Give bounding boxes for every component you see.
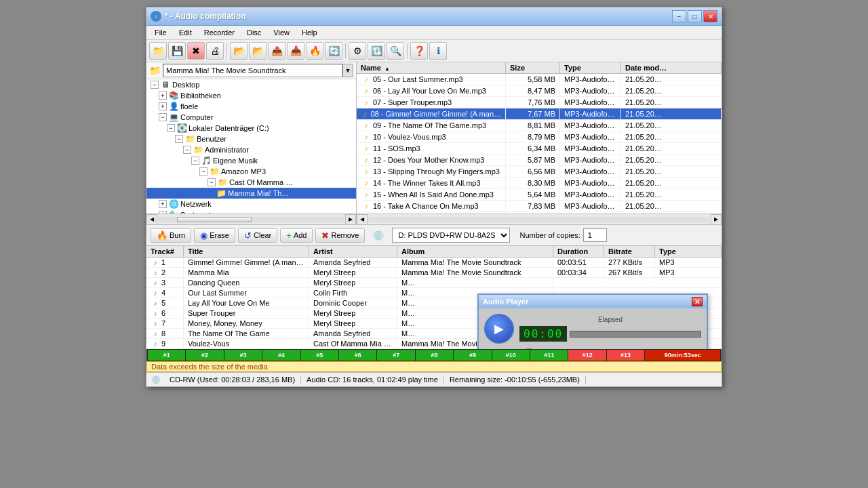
toolbar-new[interactable]: 📁 <box>149 42 167 60</box>
tree-item-amazonmp3[interactable]: − 📁 Amazon MP3 <box>146 166 356 177</box>
file-row[interactable]: ♪ 07 - Super Trouper.mp3 7,76 MB MP3-Aud… <box>357 97 722 108</box>
file-row[interactable]: ♪ 14 - The Winner Takes It All.mp3 8,30 … <box>357 178 722 189</box>
clear-button[interactable]: ↺ Clear <box>238 228 277 243</box>
erase-button[interactable]: ◉ Erase <box>194 228 235 243</box>
col-name[interactable]: Name ▲ <box>357 62 506 73</box>
tree-expander-benutzer[interactable]: − <box>175 135 183 143</box>
file-scroll-right[interactable]: ▶ <box>711 214 722 225</box>
tree-expander-castofmamma[interactable]: − <box>208 178 216 186</box>
menu-view[interactable]: View <box>268 27 295 38</box>
tree-item-netzwerk[interactable]: + 🌐 Netzwerk <box>146 199 356 209</box>
tree-item-computer[interactable]: − 💻 Computer <box>146 112 356 123</box>
col-date[interactable]: Date mod… <box>621 62 722 73</box>
col-type[interactable]: Type <box>560 62 621 73</box>
file-row[interactable]: ♪ 11 - SOS.mp3 6,34 MB MP3-Audiofor… 21.… <box>357 143 722 155</box>
track-col-num[interactable]: Track# <box>146 246 184 257</box>
file-row[interactable]: ♪ 13 - Slipping Through My Fingers.mp3 6… <box>357 166 722 178</box>
drive-select[interactable]: D: PLDS DVD+RW DU-8A2S <box>392 228 510 243</box>
close-button[interactable]: ✕ <box>703 10 717 22</box>
tree-scroll-right[interactable]: ▶ <box>345 214 356 225</box>
track-col-artist[interactable]: Artist <box>309 246 397 257</box>
tree-hthumb[interactable] <box>177 217 252 222</box>
tree-item-lokaler[interactable]: − 💽 Lokaler Datenträger (C:) <box>146 123 356 134</box>
toolbar-open2[interactable]: 📂 <box>249 42 267 60</box>
tree-expander-bibliotheken[interactable]: + <box>159 92 167 100</box>
tree-item-administrator[interactable]: − 📁 Administrator <box>146 144 356 155</box>
toolbar-search[interactable]: 🔍 <box>387 42 404 60</box>
menu-disc[interactable]: Disc <box>241 27 267 38</box>
file-row[interactable]: ♪ 10 - Voulez-Vous.mp3 8,79 MB MP3-Audio… <box>357 131 722 143</box>
tree-item-desktop[interactable]: − 🖥 Desktop <box>146 79 356 90</box>
file-hscrollbar[interactable]: ◀ ▶ <box>357 214 722 224</box>
tree-scroll[interactable]: − 🖥 Desktop + 📚 Bibliotheken + <box>146 79 356 214</box>
file-row[interactable]: ♪ 06 - Lay All Your Love On Me.mp3 8,47 … <box>357 85 722 97</box>
toolbar-burn[interactable]: 🔥 <box>306 42 323 60</box>
tree-expander-netzwerk[interactable]: + <box>159 200 167 208</box>
toolbar-export[interactable]: 📤 <box>268 42 285 60</box>
breadcrumb-path[interactable]: Mamma Mia! The Movie Soundtrack <box>163 64 342 77</box>
tree-expander-desktop[interactable]: − <box>151 81 159 89</box>
remove-button[interactable]: ✖ Remove <box>315 228 365 243</box>
tree-item-benutzer[interactable]: − 📁 Benutzer <box>146 134 356 144</box>
tree-expander-amazonmp3[interactable]: − <box>199 167 208 176</box>
toolbar-help[interactable]: ❓ <box>410 42 428 60</box>
file-row[interactable]: ♪ 12 - Does Your Mother Know.mp3 5,87 MB… <box>357 155 722 166</box>
col-size[interactable]: Size <box>506 62 560 73</box>
file-list[interactable]: ♪ 05 - Our Last Summer.mp3 5,58 MB MP3-A… <box>357 74 722 214</box>
restore-button[interactable]: □ <box>688 10 702 22</box>
toolbar-sync[interactable]: 🔃 <box>368 42 385 60</box>
tree-expander-lokaler[interactable]: − <box>167 124 175 132</box>
toolbar-refresh[interactable]: 🔄 <box>325 42 342 60</box>
track-row[interactable]: ♪ 1 Gimme! Gimme! Gimme! (A man after… A… <box>146 258 722 268</box>
minimize-button[interactable]: − <box>672 10 686 22</box>
file-row[interactable]: ♪ 05 - Our Last Summer.mp3 5,58 MB MP3-A… <box>357 74 722 85</box>
toolbar-info[interactable]: ℹ <box>429 42 447 60</box>
tree-expander-eigenemusik[interactable]: − <box>191 157 199 165</box>
menu-recorder[interactable]: Recorder <box>199 27 240 38</box>
menu-edit[interactable]: Edit <box>174 27 197 38</box>
tree-scroll-left[interactable]: ◀ <box>146 214 157 225</box>
tree-item-bibliotheken[interactable]: + 📚 Bibliotheken <box>146 90 356 101</box>
track-col-bitrate[interactable]: Bitrate <box>604 246 655 257</box>
volume-slider[interactable] <box>495 349 701 350</box>
toolbar-print[interactable]: 🖨 <box>206 42 224 60</box>
track-col-type[interactable]: Type <box>655 246 722 257</box>
add-button[interactable]: + Add <box>280 228 313 243</box>
file-row[interactable]: ♪ 09 - The Name Of The Game.mp3 8,81 MB … <box>357 120 722 131</box>
toolbar-import[interactable]: 📥 <box>287 42 304 60</box>
toolbar-settings[interactable]: ⚙ <box>349 42 366 60</box>
toolbar-save[interactable]: 💾 <box>168 42 186 60</box>
track-album: M… <box>397 278 553 287</box>
breadcrumb-dropdown[interactable]: ▼ <box>342 64 353 77</box>
tree-icon-desktop: 🖥 <box>160 80 171 89</box>
track-col-title[interactable]: Title <box>184 246 309 257</box>
tree-expander-administrator[interactable]: − <box>183 146 191 154</box>
toolbar-open1[interactable]: 📂 <box>230 42 248 60</box>
track-col-album[interactable]: Album <box>397 246 553 257</box>
play-button[interactable]: ▶ <box>484 314 514 344</box>
burn-button[interactable]: 🔥 Burn <box>151 228 191 243</box>
breadcrumb-folder-icon: 📁 <box>149 65 161 76</box>
track-row[interactable]: ♪ 3 Dancing Queen Meryl Streep M… <box>146 278 722 288</box>
tree-item-floele[interactable]: + 👤 floele <box>146 101 356 112</box>
file-row[interactable]: ♪ 08 - Gimme! Gimme! Gimme! (A man after… <box>357 108 722 120</box>
tree-item-mammamiamovie[interactable]: 📁 Mamma Mia! The Movie… <box>146 188 356 199</box>
file-row[interactable]: ♪ 15 - When All Is Said And Done.mp3 5,6… <box>357 189 722 201</box>
track-col-duration[interactable]: Duration <box>553 246 604 257</box>
file-row[interactable]: ♪ 16 - Take A Chance On Me.mp3 7,83 MB M… <box>357 201 722 212</box>
copies-input[interactable] <box>583 228 607 242</box>
tree-item-castofmamma[interactable]: − 📁 Cast Of Mamma Mia The Mo… <box>146 177 356 188</box>
tree-item-eigenemusik[interactable]: − 🎵 Eigene Musik <box>146 155 356 166</box>
menu-help[interactable]: Help <box>296 27 323 38</box>
file-scroll-left[interactable]: ◀ <box>357 214 368 225</box>
tree-expander-computer[interactable]: − <box>159 113 167 121</box>
tree-expander-floele[interactable]: + <box>159 102 167 110</box>
player-close-button[interactable]: ✕ <box>692 297 703 306</box>
volume-thumb[interactable] <box>526 348 532 350</box>
file-row[interactable]: ♪ 17 - I Have A Dream.mp3 8,19 MB MP3-Au… <box>357 212 722 214</box>
playback-progress[interactable] <box>570 331 701 338</box>
track-row[interactable]: ♪ 2 Mamma Mia Meryl Streep Mamma Mia! Th… <box>146 268 722 278</box>
menu-file[interactable]: File <box>149 27 172 38</box>
tree-hscrollbar[interactable]: ◀ ▶ <box>146 214 356 224</box>
toolbar-delete[interactable]: ✖ <box>187 42 205 60</box>
